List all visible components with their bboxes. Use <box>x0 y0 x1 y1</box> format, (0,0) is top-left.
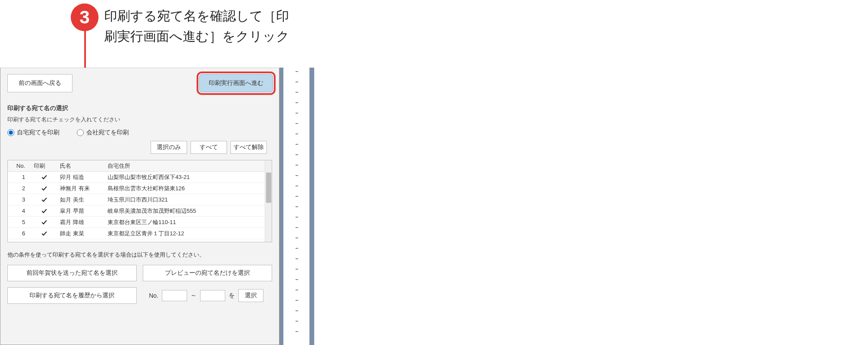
back-button[interactable]: 前の画面へ戻る <box>7 74 72 92</box>
range-select-row: No. ～ を 選択 <box>143 287 272 304</box>
ruler-tick <box>296 310 298 311</box>
radio-company-label: 会社宛てを印刷 <box>86 129 129 137</box>
ruler-tick <box>296 123 298 124</box>
table-row[interactable]: 2神無月 有来島根県出雲市大社町杵築東126 <box>8 183 272 194</box>
cell-print-check[interactable] <box>31 242 57 243</box>
check-icon <box>41 197 47 203</box>
cell-no: 1 <box>8 174 31 180</box>
cell-name: 如月 美生 <box>57 196 105 204</box>
wizard-toolbar: 前の画面へ戻る 印刷実行画面へ進む <box>0 68 279 98</box>
ruler-tick <box>296 331 298 332</box>
range-tilde: ～ <box>191 292 197 299</box>
range-select-button[interactable]: 選択 <box>238 289 263 302</box>
step-instruction: 印刷する宛て名を確認して［印 刷実行画面へ進む］をクリック <box>104 6 289 46</box>
ruler-tick <box>296 186 298 186</box>
radio-company[interactable]: 会社宛てを印刷 <box>77 129 129 137</box>
address-selection-section: 印刷する宛て名の選択 印刷する宛て名にチェックを入れてください 自宅宛てを印刷 … <box>0 104 279 304</box>
ruler-tick <box>296 175 298 176</box>
cell-print-check[interactable] <box>31 208 57 214</box>
select-all-button[interactable]: すべて <box>191 141 227 154</box>
range-wo: を <box>229 292 235 299</box>
ruler-tick <box>296 258 298 259</box>
ruler-tick <box>296 102 298 103</box>
radio-home-input[interactable] <box>7 129 14 136</box>
ruler-tick <box>296 238 298 238</box>
check-icon <box>41 186 47 192</box>
selected-only-button[interactable]: 選択のみ <box>151 141 187 154</box>
step-badge: 3 <box>71 3 99 31</box>
select-preview-only-button[interactable]: プレビューの宛て名だけを選択 <box>143 265 272 281</box>
ruler-tick <box>296 217 298 218</box>
table-row[interactable]: 6師走 東菜東京都足立区青井１丁目12-12 <box>8 228 272 239</box>
cell-no: 4 <box>8 208 31 214</box>
cell-print-check[interactable] <box>31 174 57 180</box>
table-scrollbar[interactable] <box>265 160 272 242</box>
cell-print-check[interactable] <box>31 231 57 237</box>
other-conditions-hint: 他の条件を使って印刷する宛て名を選択する場合は以下を使用してください。 <box>7 251 272 259</box>
range-from-input[interactable] <box>162 290 187 301</box>
lower-button-grid: 前回年賀状を送った宛て名を選択 プレビューの宛て名だけを選択 印刷する宛て名を履… <box>7 265 272 304</box>
check-icon <box>41 208 47 214</box>
cell-no: 5 <box>8 219 31 225</box>
ruler-tick <box>296 71 298 72</box>
table-row[interactable]: 5霜月 降雄東京都台東区三ノ輪110-11 <box>8 217 272 228</box>
ruler-tick <box>296 196 298 197</box>
cell-print-check[interactable] <box>31 219 57 225</box>
table-row[interactable]: 7 <box>8 239 272 242</box>
proceed-to-print-button[interactable]: 印刷実行画面へ進む <box>199 74 273 92</box>
radio-home-label: 自宅宛てを印刷 <box>17 129 59 137</box>
ruler-tick <box>296 300 298 301</box>
cell-address: 岐阜県美濃加茂市加茂野町稲辺555 <box>105 207 264 215</box>
table-header: No. 印刷 氏名 自宅住所 <box>8 160 272 172</box>
ruler-tick <box>296 144 298 145</box>
select-from-history-button[interactable]: 印刷する宛て名を履歴から選択 <box>7 287 137 304</box>
cell-address: 東京都台東区三ノ輪110-11 <box>105 218 264 226</box>
cell-print-check[interactable] <box>31 197 57 203</box>
cell-print-check[interactable] <box>31 186 57 192</box>
range-to-input[interactable] <box>200 290 225 301</box>
check-icon <box>41 219 47 225</box>
ruler-tick <box>296 321 298 322</box>
col-address: 自宅住所 <box>105 162 264 170</box>
ruler-surface <box>283 68 309 345</box>
cell-address: 東京都足立区青井１丁目12-12 <box>105 230 264 238</box>
cell-no: 7 <box>8 241 31 242</box>
cell-name: 神無月 有来 <box>57 185 105 192</box>
table-row[interactable]: 3如月 美生埼玉県川口市西川口321 <box>8 194 272 205</box>
ruler-tick <box>296 248 298 249</box>
cell-name: 師走 東菜 <box>57 230 105 238</box>
ruler-tick <box>296 290 298 290</box>
cell-address: 埼玉県川口市西川口321 <box>105 196 264 204</box>
ruler-tick <box>296 206 298 207</box>
filter-buttons: 選択のみ すべて すべて解除 <box>7 141 272 157</box>
cell-no: 2 <box>8 185 31 192</box>
table-body: 1卯月 稲造山梨県山梨市牧丘町西保下43-212神無月 有来島根県出雲市大社町杵… <box>8 172 272 242</box>
ruler-tick <box>296 269 298 270</box>
cell-name: 卯月 稲造 <box>57 173 105 181</box>
instruction-line1: 印刷する宛て名を確認して［印 <box>104 9 289 23</box>
radio-home[interactable]: 自宅宛てを印刷 <box>7 129 59 137</box>
col-print: 印刷 <box>31 162 57 170</box>
table-row[interactable]: 1卯月 稲造山梨県山梨市牧丘町西保下43-21 <box>8 172 272 183</box>
check-icon <box>41 231 47 237</box>
print-address-panel: 前の画面へ戻る 印刷実行画面へ進む 印刷する宛て名の選択 印刷する宛て名にチェッ… <box>0 68 279 345</box>
radio-company-input[interactable] <box>77 129 84 136</box>
select-last-year-button[interactable]: 前回年賀状を送った宛て名を選択 <box>7 265 137 281</box>
section-title: 印刷する宛て名の選択 <box>7 104 272 112</box>
cell-name: 皐月 早苗 <box>57 207 105 215</box>
destination-radio-group: 自宅宛てを印刷 会社宛てを印刷 <box>7 129 272 137</box>
scroll-thumb[interactable] <box>266 172 271 203</box>
instruction-line2: 刷実行画面へ進む］をクリック <box>104 29 289 43</box>
ruler-tick <box>296 154 298 155</box>
check-icon <box>41 174 47 180</box>
address-table: No. 印刷 氏名 自宅住所 1卯月 稲造山梨県山梨市牧丘町西保下43-212神… <box>7 160 272 242</box>
ruler-tick <box>296 279 298 280</box>
cell-address: 山梨県山梨市牧丘町西保下43-21 <box>105 173 264 181</box>
preview-ruler <box>279 68 314 345</box>
ruler-tick <box>296 165 298 166</box>
table-row[interactable]: 4皐月 早苗岐阜県美濃加茂市加茂野町稲辺555 <box>8 205 272 217</box>
cell-no: 6 <box>8 230 31 237</box>
ruler-tick <box>296 92 298 93</box>
ruler-tick <box>296 133 298 134</box>
deselect-all-button[interactable]: すべて解除 <box>230 141 267 154</box>
